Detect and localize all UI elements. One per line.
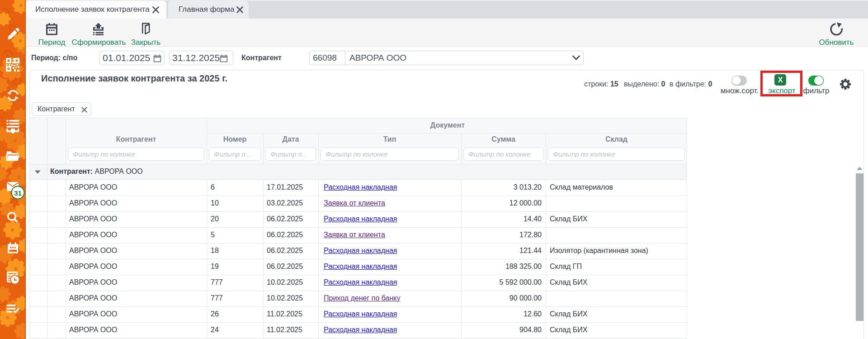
svg-text:31: 31 <box>14 189 22 197</box>
